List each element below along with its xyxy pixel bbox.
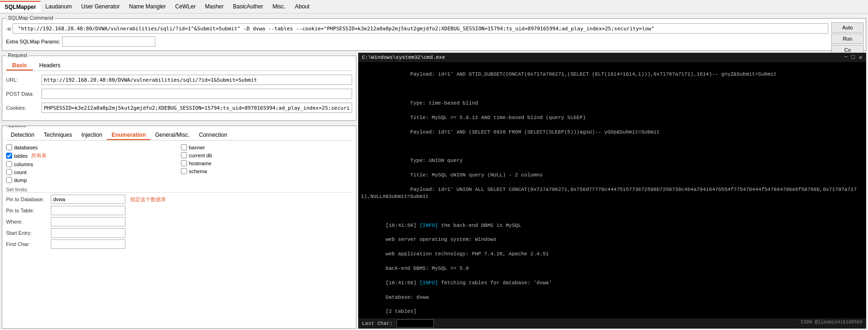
pin-database-input[interactable]	[51, 195, 125, 204]
options-tabs: Detection Techniques Injection Enumerati…	[6, 131, 352, 140]
checkbox-current-db-input[interactable]	[181, 152, 187, 158]
where-input[interactable]	[51, 217, 125, 226]
menu-item-name-mangler[interactable]: Name Mangler	[125, 1, 171, 12]
limit-database-row: Pin to Database: 指定这个数据库	[6, 195, 352, 204]
tab-detection[interactable]: Detection	[6, 131, 39, 140]
extra-params-input[interactable]	[62, 36, 155, 47]
tab-enumeration[interactable]: Enumeration	[107, 131, 150, 140]
post-input[interactable]	[42, 89, 352, 99]
cmd-maximize[interactable]: □	[851, 54, 855, 61]
tab-basic[interactable]: Basic	[6, 61, 33, 70]
cmd-controls: − □ ✕	[844, 54, 862, 61]
menu-item-sqlmapper[interactable]: SQLMapper	[0, 1, 41, 12]
checkbox-columns: columns	[6, 161, 177, 167]
left-panel: Request Basic Headers URL: POST Data: Co…	[2, 53, 356, 329]
checkbox-schema-label: schema	[189, 169, 207, 174]
cmd-titlebar: C:\Windows\system32\cmd.exe − □ ✕	[358, 53, 866, 62]
checkbox-columns-input[interactable]	[6, 161, 12, 167]
tab-general-misc[interactable]: General/Misc.	[150, 131, 194, 140]
limit-first-char-row: First Char:	[6, 239, 352, 249]
cmd-title: C:\Windows\system32\cmd.exe	[362, 55, 445, 60]
menu-item-laudanum[interactable]: Laudanum	[41, 1, 76, 12]
checkbox-columns-label: columns	[14, 161, 33, 167]
tables-annotation: 所有表	[31, 152, 47, 159]
options-section: Options Detection Techniques Injection E…	[2, 126, 356, 329]
checkbox-hostname-input[interactable]	[181, 160, 187, 166]
checkbox-databases-input[interactable]	[6, 144, 12, 150]
checkbox-banner-label: banner	[189, 145, 205, 150]
options-title: Options	[6, 126, 28, 128]
menu-bar: SQLMapper Laudanum User Generator Name M…	[0, 0, 868, 14]
menu-item-basicauther[interactable]: BasicAuther	[229, 1, 268, 12]
checkbox-dump-input[interactable]	[6, 177, 12, 183]
menu-item-misc[interactable]: Misc.	[268, 1, 290, 12]
options-content: databases tables 所有表 columns	[6, 144, 352, 183]
cmd-last-bar: Last Char:	[358, 318, 866, 329]
checkbox-schema-input[interactable]	[181, 168, 187, 174]
checkbox-current-db-label: current db	[189, 153, 212, 158]
menu-item-user-generator[interactable]: User Generator	[76, 1, 125, 12]
extra-params-label: Extra SQLMap Params:	[6, 39, 60, 44]
checkbox-hostname: hostname	[181, 160, 352, 166]
start-entry-label: Start Entry:	[6, 230, 48, 236]
command-prefix: -u	[6, 26, 11, 31]
request-tab-row: Basic Headers	[6, 61, 352, 71]
set-limits-section: Set limits: Pin to Database: 指定这个数据库 Pin…	[6, 187, 352, 249]
start-entry-input[interactable]	[51, 228, 125, 238]
first-char-label: First Char:	[6, 241, 48, 247]
checkbox-tables-label: tables	[14, 153, 28, 159]
post-label: POST Data:	[6, 91, 39, 97]
url-row: URL:	[6, 75, 352, 85]
menu-item-cewler[interactable]: CeWLer	[170, 1, 200, 12]
command-input[interactable]	[13, 23, 828, 34]
options-left-col: databases tables 所有表 columns	[6, 144, 177, 183]
cmd-body[interactable]: Payload: id=1' AND GTID_SUBSET(CONCAT(0x…	[358, 62, 866, 318]
checkbox-banner: banner	[181, 144, 352, 150]
url-label: URL:	[6, 77, 39, 83]
checkbox-current-db: current db	[181, 152, 352, 158]
checkbox-count: count	[6, 169, 177, 175]
last-char-input[interactable]	[396, 319, 434, 328]
cookies-row: Cookies:	[6, 103, 352, 113]
limit-where-row: Where:	[6, 217, 352, 226]
checkbox-hostname-label: hostname	[189, 161, 211, 166]
checkbox-databases-label: databases	[14, 145, 38, 150]
extra-params-row: Extra SQLMap Params:	[6, 36, 828, 47]
tab-techniques[interactable]: Techniques	[39, 131, 77, 140]
post-row: POST Data:	[6, 89, 352, 99]
request-section: Request Basic Headers URL: POST Data: Co…	[2, 56, 356, 121]
command-row: -u	[6, 23, 828, 34]
checkbox-schema: schema	[181, 168, 352, 174]
tab-injection[interactable]: Injection	[76, 131, 107, 140]
sqlmap-command-section: SQLMap Command -u Extra SQLMap Params: A…	[2, 18, 866, 51]
menu-item-masher[interactable]: Masher	[200, 1, 228, 12]
first-char-input[interactable]	[51, 239, 125, 249]
checkbox-dump: dump	[6, 177, 177, 183]
menu-item-about[interactable]: About	[290, 1, 314, 12]
main-content: SQLMap Command -u Extra SQLMap Params: A…	[0, 14, 868, 330]
last-char-label: Last Char:	[362, 321, 393, 326]
lower-section: Request Basic Headers URL: POST Data: Co…	[2, 53, 866, 329]
limit-table-row: Pin to Table:	[6, 206, 352, 215]
where-label: Where:	[6, 219, 48, 225]
watermark: CSDN @liaomin416100569	[801, 320, 862, 325]
checkbox-count-input[interactable]	[6, 169, 12, 175]
checkbox-tables-input[interactable]	[6, 153, 12, 159]
url-input[interactable]	[42, 75, 352, 85]
cmd-minimize[interactable]: −	[844, 54, 848, 61]
cookies-label: Cookies:	[6, 105, 39, 111]
database-annotation: 指定这个数据库	[130, 196, 166, 203]
cmd-panel: C:\Windows\system32\cmd.exe − □ ✕ Payloa…	[358, 53, 866, 329]
checkbox-tables: tables 所有表	[6, 152, 177, 159]
cmd-close[interactable]: ✕	[859, 54, 862, 61]
tab-connection[interactable]: Connection	[194, 131, 232, 140]
auto-button[interactable]: Auto	[831, 22, 864, 33]
right-buttons: Auto Run Co	[831, 22, 864, 55]
checkbox-banner-input[interactable]	[181, 144, 187, 150]
tab-headers[interactable]: Headers	[33, 61, 66, 70]
pin-table-input[interactable]	[51, 206, 125, 215]
checkbox-count-label: count	[14, 169, 27, 175]
run-button[interactable]: Run	[831, 34, 864, 44]
cookies-input[interactable]	[42, 103, 352, 113]
options-right-col: banner current db hostname schema	[181, 144, 352, 183]
